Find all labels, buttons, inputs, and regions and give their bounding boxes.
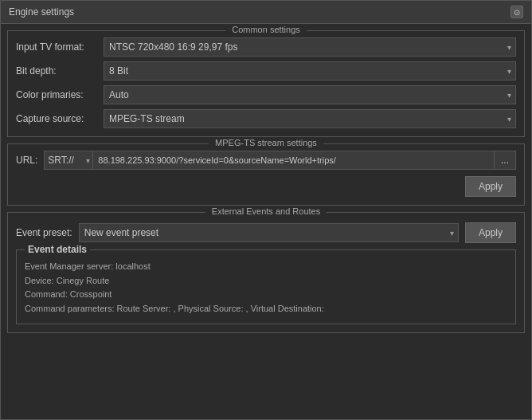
event-details-title: Event details [25, 244, 90, 255]
input-tv-format-wrapper: NTSC 720x480 16:9 29,97 fps PAL 720x576 … [104, 37, 516, 57]
url-label: URL: [16, 155, 37, 166]
color-primaries-select[interactable]: Auto BT.601 BT.709 [104, 85, 516, 104]
input-tv-format-select[interactable]: NTSC 720x480 16:9 29,97 fps PAL 720x576 … [104, 37, 516, 57]
url-protocol-wrapper: SRT:// UDP:// TCP:// [44, 151, 93, 170]
capture-source-wrapper: MPEG-TS stream SDI HDMI [104, 109, 516, 128]
event-detail-line-4: Command parameters: Route Server: , Phys… [25, 302, 507, 316]
mpeg-ts-title: MPEG-TS stream settings [209, 138, 323, 147]
common-settings-title: Common settings [225, 25, 307, 34]
capture-source-label: Capture source: [16, 113, 104, 124]
color-primaries-row: Color primaries: Auto BT.601 BT.709 [16, 85, 516, 104]
input-tv-format-label: Input TV format: [16, 41, 104, 53]
mpeg-ts-section: MPEG-TS stream settings URL: SRT:// UDP:… [7, 143, 525, 206]
event-details-text: Event Manager server: localhost Device: … [25, 260, 507, 316]
color-primaries-label: Color primaries: [16, 89, 104, 100]
external-events-apply-button[interactable]: Apply [465, 222, 516, 243]
event-preset-wrapper: New event preset [79, 223, 459, 242]
event-preset-select[interactable]: New event preset [79, 223, 459, 242]
url-browse-button[interactable]: ... [495, 151, 516, 170]
event-detail-line-3: Command: Crosspoint [25, 288, 507, 302]
title-bar: Engine settings ⊙ [1, 1, 531, 24]
collapse-button[interactable]: ⊙ [510, 6, 523, 18]
bit-depth-label: Bit depth: [16, 65, 104, 77]
bit-depth-select[interactable]: 8 Bit 10 Bit 12 Bit [104, 61, 516, 80]
event-detail-line-2: Device: Cinegy Route [25, 274, 507, 289]
mpeg-ts-apply-button[interactable]: Apply [465, 176, 516, 197]
event-details-box: Event details Event Manager server: loca… [16, 249, 516, 324]
engine-settings-window: Engine settings ⊙ Common settings Input … [0, 0, 532, 420]
common-settings-section: Common settings Input TV format: NTSC 72… [7, 30, 525, 137]
capture-source-select[interactable]: MPEG-TS stream SDI HDMI [104, 109, 516, 128]
window-title: Engine settings [9, 6, 74, 18]
event-detail-line-1: Event Manager server: localhost [25, 260, 507, 274]
main-content: Common settings Input TV format: NTSC 72… [1, 24, 531, 419]
color-primaries-wrapper: Auto BT.601 BT.709 [104, 85, 516, 104]
event-preset-label: Event preset: [16, 227, 72, 238]
bit-depth-row: Bit depth: 8 Bit 10 Bit 12 Bit [16, 61, 516, 80]
event-preset-row: Event preset: New event preset Apply [16, 222, 516, 243]
url-row: URL: SRT:// UDP:// TCP:// ... [16, 151, 516, 170]
input-tv-format-row: Input TV format: NTSC 720x480 16:9 29,97… [16, 37, 516, 57]
capture-source-row: Capture source: MPEG-TS stream SDI HDMI [16, 109, 516, 128]
bit-depth-wrapper: 8 Bit 10 Bit 12 Bit [104, 61, 516, 80]
url-input[interactable] [93, 151, 495, 170]
mpeg-ts-apply-row: Apply [16, 176, 516, 197]
url-protocol-select[interactable]: SRT:// UDP:// TCP:// [44, 151, 93, 170]
external-events-section: External Events and Routes Event preset:… [7, 212, 525, 333]
external-events-title: External Events and Routes [205, 206, 327, 216]
